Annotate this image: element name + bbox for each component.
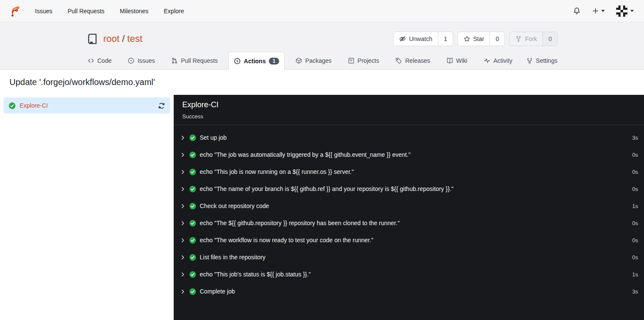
unwatch-label: Unwatch <box>409 35 432 42</box>
avatar <box>616 5 628 17</box>
success-check-icon <box>189 220 196 227</box>
tab-packages[interactable]: Packages <box>290 52 337 69</box>
nav-item-milestones[interactable]: Milestones <box>112 4 156 18</box>
tab-label: Actions <box>244 58 265 65</box>
success-check-icon <box>189 185 196 193</box>
step-name: List files in the repository <box>200 254 265 261</box>
success-check-icon <box>189 237 196 244</box>
chevron-right-icon[interactable] <box>180 272 186 277</box>
step-duration: 0s <box>632 186 638 192</box>
actions-run-view: Explore-CI Explore-CI Success Set up job… <box>0 95 644 320</box>
play-circle-icon <box>234 58 241 65</box>
step-row[interactable]: echo "This job's status is ${{ job.statu… <box>180 266 638 283</box>
job-status-text: Success <box>182 113 635 120</box>
tab-issues[interactable]: Issues <box>122 52 160 69</box>
chevron-right-icon[interactable] <box>180 186 186 192</box>
step-name: Set up job <box>200 134 227 141</box>
tag-icon <box>395 57 402 64</box>
step-name: echo "The job was automatically triggere… <box>200 151 411 158</box>
step-row[interactable]: echo "The ${{ github.repository }} repos… <box>180 214 638 232</box>
top-navbar: Issues Pull Requests Milestones Explore <box>0 0 644 22</box>
step-duration: 0s <box>632 220 638 226</box>
forgejo-logo-icon[interactable] <box>9 5 21 17</box>
run-title-bar: Update '.forgejo/workflows/demo.yaml' <box>0 70 644 95</box>
chevron-right-icon[interactable] <box>180 255 186 260</box>
unwatch-button[interactable]: Unwatch 1 <box>393 32 453 46</box>
package-icon <box>295 57 302 64</box>
step-row[interactable]: Check out repository code 1s <box>180 197 638 214</box>
repo-action-buttons: Unwatch 1 Star 0 <box>393 32 558 46</box>
main-nav: Issues Pull Requests Milestones Explore <box>27 4 192 18</box>
tools-icon <box>526 57 533 64</box>
step-row[interactable]: echo "The name of your branch is ${{ git… <box>180 180 638 197</box>
tab-projects[interactable]: Projects <box>342 52 385 69</box>
repo-book-icon <box>86 32 99 45</box>
step-duration: 0s <box>632 169 638 175</box>
repo-owner-link[interactable]: root <box>103 33 119 44</box>
star-count[interactable]: 0 <box>490 32 504 46</box>
job-steps-list: Set up job 3s echo "The job was automati… <box>174 125 644 300</box>
tab-label: Wiki <box>456 57 467 64</box>
step-duration: 1s <box>632 203 638 209</box>
chevron-right-icon[interactable] <box>180 152 186 158</box>
fork-button: Fork 0 <box>509 32 558 46</box>
step-name: Check out repository code <box>200 203 269 209</box>
nav-item-explore[interactable]: Explore <box>156 4 192 18</box>
job-panel-header: Explore-CI Success <box>174 95 644 125</box>
pulse-icon <box>484 57 490 64</box>
chevron-right-icon[interactable] <box>180 203 186 209</box>
tab-activity[interactable]: Activity <box>478 52 518 69</box>
star-button[interactable]: Star 0 <box>458 32 505 46</box>
job-log-panel: Explore-CI Success Set up job 3s echo "T… <box>174 95 644 320</box>
step-row[interactable]: Set up job 3s <box>180 129 638 146</box>
step-row[interactable]: Complete job 3s <box>180 283 638 300</box>
chevron-right-icon[interactable] <box>180 220 186 226</box>
code-icon <box>87 57 94 64</box>
user-menu[interactable] <box>616 5 634 17</box>
fork-label: Fork <box>525 35 537 42</box>
tab-wiki[interactable]: Wiki <box>441 52 473 69</box>
tab-pull-requests[interactable]: Pull Requests <box>166 52 223 69</box>
job-list-item[interactable]: Explore-CI <box>3 97 170 114</box>
tab-label: Pull Requests <box>181 57 218 64</box>
nav-item-pull-requests[interactable]: Pull Requests <box>60 4 112 18</box>
page-title: Update '.forgejo/workflows/demo.yaml' <box>9 77 155 87</box>
repo-breadcrumb: root / test <box>103 33 143 44</box>
chevron-right-icon[interactable] <box>180 238 186 243</box>
notifications-bell-icon[interactable] <box>573 7 581 15</box>
nav-item-issues[interactable]: Issues <box>27 4 60 18</box>
step-name: echo "This job's status is ${{ job.statu… <box>200 271 311 278</box>
step-duration: 0s <box>632 152 638 158</box>
repo-tabs: Code Issues Pull Requests Actions 1 <box>0 52 644 70</box>
tab-actions[interactable]: Actions 1 <box>228 52 285 70</box>
tab-label: Activity <box>493 57 512 64</box>
create-new-menu[interactable] <box>592 7 605 15</box>
tab-releases[interactable]: Releases <box>390 52 435 69</box>
job-title: Explore-CI <box>182 100 635 109</box>
tab-label: Projects <box>358 57 379 64</box>
refresh-icon[interactable] <box>158 102 165 109</box>
chevron-down-icon <box>630 10 634 12</box>
tab-label: Settings <box>536 57 558 64</box>
step-row[interactable]: echo "The workflow is now ready to test … <box>180 232 638 249</box>
watch-count[interactable]: 1 <box>438 32 453 46</box>
repo-title-row: root / test Unwatch <box>79 22 565 52</box>
chevron-right-icon[interactable] <box>180 289 186 294</box>
step-row[interactable]: echo "This job is now running on a ${{ r… <box>180 163 638 180</box>
star-label: Star <box>473 35 484 42</box>
repo-name-link[interactable]: test <box>127 33 142 44</box>
tab-code[interactable]: Code <box>82 52 117 69</box>
success-check-icon <box>189 254 196 261</box>
success-check-icon <box>189 203 196 210</box>
step-name: Complete job <box>200 288 235 295</box>
step-duration: 3s <box>632 288 638 295</box>
step-name: echo "This job is now running on a ${{ r… <box>200 168 354 175</box>
chevron-right-icon[interactable] <box>180 135 186 141</box>
success-check-icon <box>189 151 196 159</box>
step-row[interactable]: echo "The job was automatically triggere… <box>180 146 638 163</box>
tab-label: Packages <box>305 57 331 64</box>
chevron-right-icon[interactable] <box>180 169 186 175</box>
tab-label: Code <box>97 57 111 64</box>
tab-settings[interactable]: Settings <box>521 52 563 69</box>
step-row[interactable]: List files in the repository 0s <box>180 249 638 266</box>
